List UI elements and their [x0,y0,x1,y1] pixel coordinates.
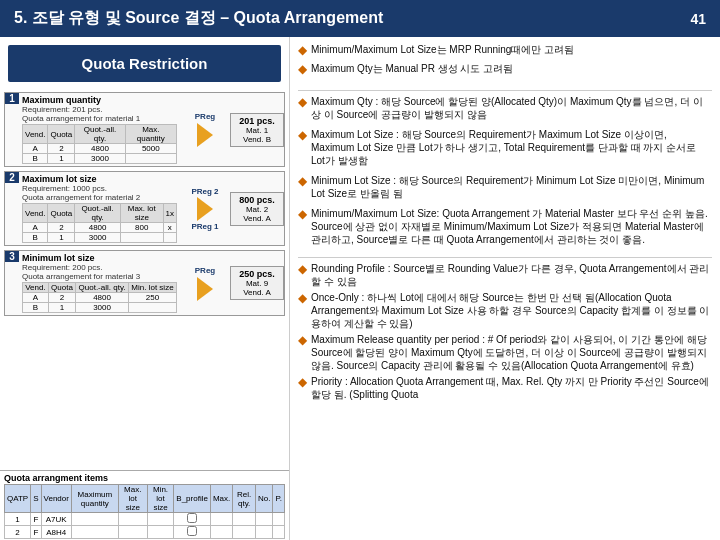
row-content-2: Maximum lot size Requirement: 1000 pcs. … [19,172,180,245]
row-num-1: 1 [5,93,19,104]
bottom-bullet-icon-1: ◆ [298,262,307,278]
bottom-bullets: ◆ Rounding Profile : Source별로 Rounding V… [298,262,712,404]
bottom-table-area: Quota arrangment items QATP S Vendor Max… [0,470,289,540]
top-bullet-text-1: Minimum/Maximum Lot Size는 MRP Running때에만… [311,43,574,56]
block-text-3: Minimum Lot Size : 해당 Source의 Requiremen… [311,174,712,200]
right-panel: ◆ Minimum/Maximum Lot Size는 MRP Running때… [290,37,720,540]
diagram-row-1: 1 Maximum quantity Requirement: 201 pcs.… [4,92,285,167]
row2-title: Maximum lot size [22,174,177,184]
bottom-bullet-text-3: Maximum Release quantity per period : # … [311,333,712,372]
left-panel: Quota Restriction 1 Maximum quantity Req… [0,37,290,540]
bottom-bullet-icon-2: ◆ [298,291,307,307]
bottom-bullet-1: ◆ Rounding Profile : Source별로 Rounding V… [298,262,712,288]
row1-title: Maximum quantity [22,95,177,105]
row-num-3: 3 [5,251,19,262]
bottom-bullet-text-4: Priority : Allocation Quota Arrangement … [311,375,712,401]
row-num-2: 2 [5,172,19,183]
block-4: ◆ Minimum/Maximum Lot Size: Quota Arrang… [298,207,712,246]
block-text-2: Maximum Lot Size : 해당 Source의 Requiremen… [311,128,712,167]
block-2: ◆ Maximum Lot Size : 해당 Source의 Requirem… [298,128,712,167]
table-row: 1 F A7UK [5,513,285,526]
row2-arrow [197,197,213,221]
row-content-1: Maximum quantity Requirement: 201 pcs. Q… [19,93,180,166]
row3-result: 250 pcs. Mat. 9 Vend. A [230,266,284,300]
bottom-bullet-2: ◆ Once-Only : 하나씩 Lot에 대에서 해당 Source는 한번… [298,291,712,330]
bottom-bullet-4: ◆ Priority : Allocation Quota Arrangemen… [298,375,712,401]
bottom-bullet-text-1: Rounding Profile : Source별로 Rounding Val… [311,262,712,288]
row2-req: Requirement: 1000 pcs. [22,184,177,193]
right-panel-upper: ◆ Maximum Qty : 해당 Source에 할당된 양(Allocat… [298,95,712,249]
block-bullet-3: ◆ [298,174,307,190]
quota-restriction-label: Quota Restriction [82,55,208,72]
bottom-bullet-icon-3: ◆ [298,333,307,349]
row3-table: Vend.QuotaQuot.-all. qty.Min. lot size A… [22,282,177,313]
b-profile-checkbox-1[interactable] [187,513,197,523]
row-content-3: Minimum lot size Requirement: 200 pcs. Q… [19,251,180,315]
top-bullet-1: ◆ Minimum/Maximum Lot Size는 MRP Running때… [298,43,712,59]
bottom-bullet-3: ◆ Maximum Release quantity per period : … [298,333,712,372]
bottom-bullet-text-2: Once-Only : 하나씩 Lot에 대에서 해당 Source는 한번 만… [311,291,712,330]
quota-restriction-box: Quota Restriction [8,45,281,82]
row2-result: 800 pcs. Mat. 2 Vend. A [230,192,284,226]
row3-req: Requirement: 200 pcs. [22,263,177,272]
bullet-icon-2: ◆ [298,62,307,78]
row2-arrow-box: PReg 2 PReg 1 [180,187,230,231]
bottom-table-title: Quota arrangment items [4,473,285,483]
page-number: 41 [690,11,706,27]
row3-title: Minimum lot size [22,253,177,263]
row1-preg: PReg [195,112,215,121]
divider-2 [298,257,712,258]
row1-arrow [197,123,213,147]
block-bullet-2: ◆ [298,128,307,144]
diagram-area: 1 Maximum quantity Requirement: 201 pcs.… [0,90,289,470]
row2-preg1: PReg 1 [191,222,218,231]
block-text-4: Minimum/Maximum Lot Size: Quota Arrangem… [311,207,712,246]
block-bullet-1: ◆ [298,95,307,111]
row2-sub: Quota arrangement for material 2 [22,193,177,202]
top-bullet-2: ◆ Maximum Qty는 Manual PR 생성 시도 고려됨 [298,62,712,78]
row3-arrow-box: PReg [180,266,230,301]
bottom-bullet-icon-4: ◆ [298,375,307,391]
row1-sub: Quota arrangement for material 1 [22,114,177,123]
row3-sub: Quota arrangement for material 3 [22,272,177,281]
top-bullet-text-2: Maximum Qty는 Manual PR 생성 시도 고려됨 [311,62,513,75]
bullet-icon-1: ◆ [298,43,307,59]
diagram-row-3: 3 Minimum lot size Requirement: 200 pcs.… [4,250,285,316]
b-profile-checkbox-2[interactable] [187,526,197,536]
row1-req: Requirement: 201 pcs. [22,105,177,114]
divider-1 [298,90,712,91]
row3-arrow [197,277,213,301]
top-bullets: ◆ Minimum/Maximum Lot Size는 MRP Running때… [298,43,712,80]
block-bullet-4: ◆ [298,207,307,223]
table-row: 2 F A8H4 [5,526,285,539]
row1-result: 201 pcs. Mat. 1 Vend. B [230,113,284,147]
header-title: 5. 조달 유형 및 Source 결정 – Quota Arrangement [14,8,383,29]
block-text-1: Maximum Qty : 해당 Source에 할당된 양(Allocated… [311,95,712,121]
row1-arrow-box: PReg [180,112,230,147]
block-1: ◆ Maximum Qty : 해당 Source에 할당된 양(Allocat… [298,95,712,121]
row1-table: Vend.QuotaQuot.-all. qty.Max. quantity A… [22,124,177,164]
row3-preg: PReg [195,266,215,275]
row2-table: Vend.QuotaQuot.-all. qty.Max. lot size1x… [22,203,177,243]
diagram-row-2: 2 Maximum lot size Requirement: 1000 pcs… [4,171,285,246]
block-3: ◆ Minimum Lot Size : 해당 Source의 Requirem… [298,174,712,200]
header: 5. 조달 유형 및 Source 결정 – Quota Arrangement… [0,0,720,37]
bottom-table: QATP S Vendor Maximum quantity Max. lot … [4,484,285,539]
row2-preg2: PReg 2 [191,187,218,196]
